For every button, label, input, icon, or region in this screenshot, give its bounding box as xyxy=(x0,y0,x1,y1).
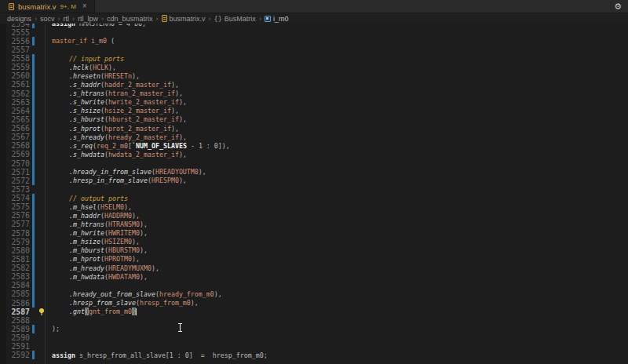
code-row[interactable]: 2558// input ports xyxy=(0,54,628,63)
code-row[interactable]: 2578.m_hwrite(HWRITEM0), xyxy=(0,229,628,238)
code-line[interactable]: .m_haddr(HADDRM0), xyxy=(47,212,140,220)
code-line[interactable]: .s_hsize(hsize_2_master_if), xyxy=(47,107,179,115)
code-line[interactable]: .hresp_from_slave(hresp_from_m0), xyxy=(47,299,199,307)
code-row[interactable]: 2583.m_hwdata(HWDATAM0), xyxy=(0,272,628,281)
code-row[interactable]: 2566.s_hprot(hprot_2_master_if), xyxy=(0,124,628,133)
code-row[interactable]: 2576.m_haddr(HADDRM0), xyxy=(0,211,628,220)
code-line[interactable]: .m_htrans(HTRANSM0), xyxy=(47,220,148,228)
editor[interactable]: 2554assign HMASTERM0 = 4'b0;25552556mast… xyxy=(0,13,628,364)
code-row[interactable]: 2562.s_htrans(htran_2_master_if), xyxy=(0,89,628,98)
token-port: .s_haddr xyxy=(69,81,100,89)
code-line[interactable]: // input ports xyxy=(47,55,124,63)
code-line[interactable]: .s_haddr(haddr_2_master_if), xyxy=(47,81,179,89)
code-line[interactable]: .m_hburst(HBURSTM0), xyxy=(47,246,148,254)
code-row[interactable]: 2587.gnt(gnt_from_m0) xyxy=(0,308,628,316)
code-line[interactable]: .s_hwdata(hwdata_2_master_if), xyxy=(47,151,187,158)
code-line[interactable]: .m_hprot(HPROTM0), xyxy=(47,255,140,263)
code-line[interactable]: ); xyxy=(47,325,60,333)
code-row[interactable]: 2588 xyxy=(0,316,628,325)
code-line[interactable]: .s_hprot(hprot_2_master_if), xyxy=(47,125,179,133)
code-row[interactable]: 2577.m_htrans(HTRANSM0), xyxy=(0,220,628,228)
code-row[interactable]: 2557 xyxy=(0,46,628,54)
code-line[interactable]: .m_hready(HREADYMUXM0), xyxy=(47,264,159,272)
code-line[interactable]: .s_htrans(htran_2_master_if), xyxy=(47,89,183,97)
code-row[interactable]: 2582.m_hready(HREADYMUXM0), xyxy=(0,264,628,272)
verilog-file-icon xyxy=(162,15,167,22)
breadcrumb-item-rtl_lpw[interactable]: rtl_lpw xyxy=(78,15,98,23)
code-line[interactable]: .hresetn(HRESETn), xyxy=(47,72,140,80)
code-line[interactable]: .gnt(gnt_from_m0) xyxy=(47,308,137,315)
breadcrumb-item-cdn_busmatrix[interactable]: cdn_busmatrix xyxy=(107,15,153,23)
breadcrumb-item-BusMatrix[interactable]: {}BusMatrix xyxy=(214,15,256,23)
code-row[interactable]: 2567.s_hready(hready_2_master_if), xyxy=(0,133,628,141)
code-row[interactable]: 2584 xyxy=(0,281,628,289)
line-number: 2555 xyxy=(0,28,30,37)
code-line[interactable]: .hresp_in_from_slave(HRESPM0), xyxy=(47,177,187,184)
chevron-separator-icon: › xyxy=(69,15,78,23)
code-row[interactable]: 2580.m_hburst(HBURSTM0), xyxy=(0,246,628,255)
token-cmt: // output ports xyxy=(69,195,128,202)
code-row[interactable]: 2589); xyxy=(0,325,628,333)
line-number: 2562 xyxy=(0,89,30,98)
code-area[interactable]: 2554assign HMASTERM0 = 4'b0;25552556mast… xyxy=(0,20,628,360)
code-line[interactable]: .hclk(HCLK), xyxy=(47,64,116,71)
code-row[interactable]: 2592assign s_hresp_from_all_slave[1 : 0]… xyxy=(0,351,628,359)
code-row[interactable]: 2569.s_hwdata(hwdata_2_master_if), xyxy=(0,150,628,158)
code-row[interactable]: 2556master_if i_m0 ( xyxy=(0,37,628,46)
breadcrumb-item-designs[interactable]: designs xyxy=(7,15,31,23)
code-line[interactable]: .s_hwrite(hwrite_2_master_if), xyxy=(47,98,187,106)
close-icon[interactable]: × xyxy=(82,2,87,10)
code-line[interactable]: assign s_hresp_from_all_slave[1 : 0] = h… xyxy=(47,351,268,359)
code-row[interactable]: 2574// output ports xyxy=(0,194,628,202)
token-sig: hready_2_master_if xyxy=(108,133,179,141)
chevron-separator-icon: › xyxy=(153,15,162,23)
code-row[interactable]: 2586.hresp_from_slave(hresp_from_m0), xyxy=(0,299,628,308)
code-line[interactable]: .m_hsize(HSIZEM0), xyxy=(47,238,140,246)
code-row[interactable]: 2561.s_haddr(haddr_2_master_if), xyxy=(0,80,628,89)
code-row[interactable]: 2560.hresetn(HRESETn), xyxy=(0,71,628,80)
git-modified-indicator xyxy=(32,37,35,46)
code-line[interactable]: .s_req(req_2_m0[`NUM_OF_SLAVES - 1 : 0])… xyxy=(47,142,230,150)
code-row[interactable]: 2585.hready_out_from_slave(hready_from_m… xyxy=(0,289,628,298)
code-line[interactable]: .m_hwrite(HWRITEM0), xyxy=(47,229,148,237)
breadcrumb-item-socv[interactable]: socv xyxy=(40,15,55,23)
breadcrumb-item-rtl[interactable]: rtl xyxy=(64,15,70,23)
code-row[interactable]: 2559.hclk(HCLK), xyxy=(0,63,628,71)
code-row[interactable]: 2555 xyxy=(0,28,628,37)
code-row[interactable]: 2570 xyxy=(0,159,628,168)
line-number: 2568 xyxy=(0,141,30,150)
code-line[interactable]: .m_hsel(HSELM0), xyxy=(47,203,132,211)
breadcrumb-item-i_m0[interactable]: i_m0 xyxy=(265,15,289,23)
git-modified-indicator xyxy=(32,150,35,158)
code-row[interactable]: 2572.hresp_in_from_slave(HRESPM0), xyxy=(0,177,628,185)
code-line[interactable]: .hready_in_from_slave(HREADYOUTM0), xyxy=(47,168,206,176)
code-row[interactable]: 2573 xyxy=(0,185,628,194)
code-line[interactable]: // output ports xyxy=(47,195,128,202)
code-row[interactable]: 2581.m_hprot(HPROTM0), xyxy=(0,255,628,264)
code-row[interactable]: 2568.s_req(req_2_m0[`NUM_OF_SLAVES - 1 :… xyxy=(0,141,628,150)
code-line[interactable]: .s_hready(hready_2_master_if), xyxy=(47,133,187,141)
token-sig: HWDATAM0 xyxy=(108,273,140,281)
token-port: .m_hburst xyxy=(69,246,104,254)
code-line[interactable]: master_if i_m0 ( xyxy=(47,37,115,45)
breadcrumb-item-busmatrix.v[interactable]: busmatrix.v xyxy=(162,15,206,23)
token-port: .hready_out_from_slave xyxy=(69,290,155,298)
code-row[interactable]: 2590 xyxy=(0,333,628,342)
code-row[interactable]: 2571.hready_in_from_slave(HREADYOUTM0), xyxy=(0,168,628,177)
lightbulb-icon[interactable] xyxy=(38,308,46,316)
code-line[interactable]: .m_hwdata(HWDATAM0), xyxy=(47,273,148,281)
line-number: 2569 xyxy=(0,150,30,158)
gear-icon[interactable]: ⚙ xyxy=(614,2,622,11)
code-row[interactable]: 2575.m_hsel(HSELM0), xyxy=(0,202,628,211)
token-port: .s_htrans xyxy=(69,89,104,97)
git-modified-indicator xyxy=(32,255,35,264)
code-row[interactable]: 2591 xyxy=(0,342,628,351)
code-line[interactable]: .s_hburst(hburst_2_master_if), xyxy=(47,115,187,123)
code-row[interactable]: 2565.s_hburst(hburst_2_master_if), xyxy=(0,115,628,124)
code-row[interactable]: 2564.s_hsize(hsize_2_master_if), xyxy=(0,107,628,115)
code-line[interactable]: .hready_out_from_slave(hready_from_m0), xyxy=(47,290,222,298)
tab-busmatrix[interactable]: busmatrix.v 9+, M × xyxy=(0,0,95,13)
token-p: ); xyxy=(52,325,60,333)
code-row[interactable]: 2579.m_hsize(HSIZEM0), xyxy=(0,238,628,246)
code-row[interactable]: 2563.s_hwrite(hwrite_2_master_if), xyxy=(0,98,628,107)
